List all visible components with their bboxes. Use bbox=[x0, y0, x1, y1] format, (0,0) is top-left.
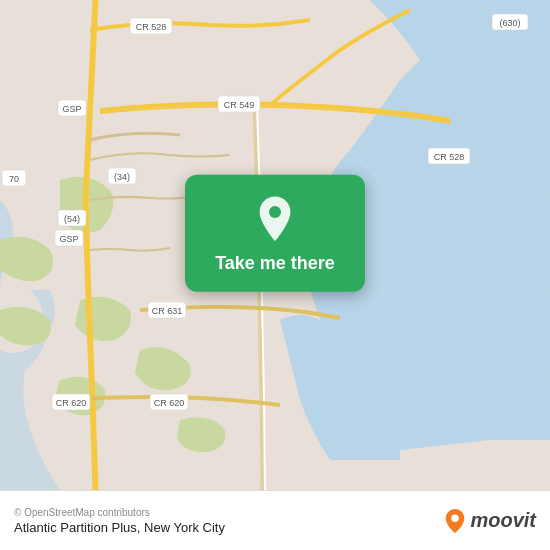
svg-text:CR 528: CR 528 bbox=[136, 22, 167, 32]
map-view: CR 528 CR 549 CR 528 (630) GSP GSP 70 (3… bbox=[0, 0, 550, 490]
svg-text:70: 70 bbox=[9, 174, 19, 184]
location-name: Atlantic Partition Plus, New York City bbox=[14, 520, 225, 535]
svg-text:(630): (630) bbox=[499, 18, 520, 28]
svg-text:(34): (34) bbox=[114, 172, 130, 182]
svg-text:CR 631: CR 631 bbox=[152, 306, 183, 316]
footer: © OpenStreetMap contributors Atlantic Pa… bbox=[0, 490, 550, 550]
svg-text:CR 549: CR 549 bbox=[224, 100, 255, 110]
svg-text:CR 528: CR 528 bbox=[434, 152, 465, 162]
moovit-brand-name: moovit bbox=[470, 509, 536, 532]
svg-point-25 bbox=[269, 206, 281, 218]
moovit-logo: moovit bbox=[444, 508, 536, 534]
cta-button[interactable]: Take me there bbox=[185, 175, 365, 292]
svg-text:CR 620: CR 620 bbox=[154, 398, 185, 408]
svg-text:GSP: GSP bbox=[59, 234, 78, 244]
footer-info: © OpenStreetMap contributors Atlantic Pa… bbox=[14, 507, 225, 535]
cta-label: Take me there bbox=[215, 253, 335, 274]
svg-text:GSP: GSP bbox=[62, 104, 81, 114]
location-pin-icon bbox=[251, 195, 299, 243]
attribution-text: © OpenStreetMap contributors bbox=[14, 507, 225, 518]
moovit-pin-icon bbox=[444, 508, 466, 534]
svg-text:(54): (54) bbox=[64, 214, 80, 224]
svg-text:CR 620: CR 620 bbox=[56, 398, 87, 408]
svg-point-26 bbox=[452, 514, 459, 521]
